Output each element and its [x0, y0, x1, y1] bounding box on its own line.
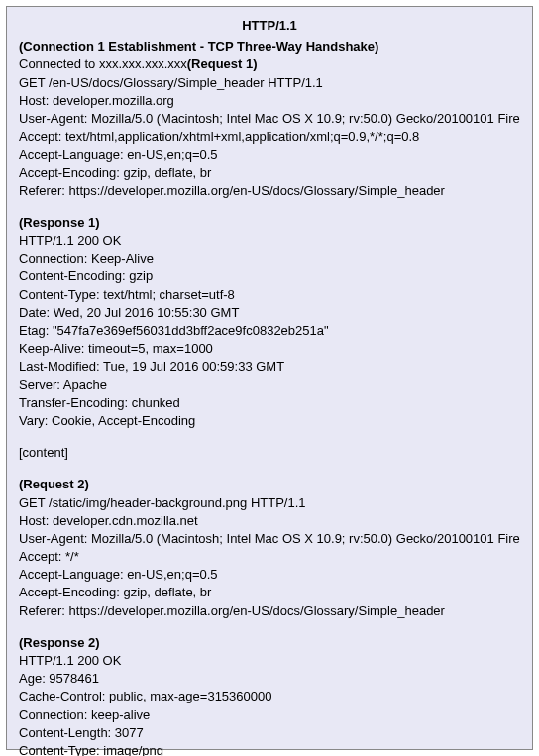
content-placeholder: [content]: [19, 444, 520, 462]
resp2-status: HTTP/1.1 200 OK: [19, 652, 520, 670]
resp1-content-encoding: Content-Encoding: gzip: [19, 268, 520, 285]
req2-referer: Referer: https://developer.mozilla.org/e…: [19, 602, 520, 620]
req2-accept: Accept: */*: [19, 548, 520, 566]
req2-accept-encoding: Accept-Encoding: gzip, deflate, br: [19, 584, 520, 601]
http-document: HTTP/1.1 (Connection 1 Establishment - T…: [6, 6, 533, 750]
resp1-etag: Etag: "547fa7e369ef56031dd3bff2ace9fc083…: [19, 322, 520, 340]
resp2-content-type: Content-Type: image/png: [19, 742, 520, 756]
resp1-lastmod: Last-Modified: Tue, 19 Jul 2016 00:59:33…: [19, 358, 520, 376]
resp2-age: Age: 9578461: [19, 670, 520, 688]
request2-label: (Request 2): [19, 476, 520, 493]
connection-establishment: (Connection 1 Establishment - TCP Three-…: [19, 38, 520, 55]
protocol-title: HTTP/1.1: [19, 17, 520, 35]
req1-referer: Referer: https://developer.mozilla.org/e…: [19, 182, 520, 200]
req1-accept-encoding: Accept-Encoding: gzip, deflate, br: [19, 164, 520, 182]
req1-accept: Accept: text/html,application/xhtml+xml,…: [19, 128, 520, 146]
req1-get: GET /en-US/docs/Glossary/Simple_header H…: [19, 74, 520, 92]
req2-user-agent: User-Agent: Mozilla/5.0 (Macintosh; Inte…: [19, 530, 520, 548]
resp1-date: Date: Wed, 20 Jul 2016 10:55:30 GMT: [19, 304, 520, 322]
request1-label: (Request 1): [187, 56, 258, 71]
resp1-server: Server: Apache: [19, 377, 520, 394]
resp1-transfer-encoding: Transfer-Encoding: chunked: [19, 394, 520, 412]
resp2-cache-control: Cache-Control: public, max-age=315360000: [19, 688, 520, 705]
connected-line: Connected to xxx.xxx.xxx.xxx(Request 1): [19, 55, 520, 73]
resp2-connection: Connection: keep-alive: [19, 706, 520, 724]
req1-accept-language: Accept-Language: en-US,en;q=0.5: [19, 146, 520, 163]
response1-label: (Response 1): [19, 214, 520, 232]
resp1-keepalive: Keep-Alive: timeout=5, max=1000: [19, 340, 520, 358]
resp2-content-length: Content-Length: 3077: [19, 724, 520, 742]
req1-user-agent: User-Agent: Mozilla/5.0 (Macintosh; Inte…: [19, 110, 520, 128]
response2-label: (Response 2): [19, 634, 520, 652]
resp1-status: HTTP/1.1 200 OK: [19, 232, 520, 250]
req2-accept-language: Accept-Language: en-US,en;q=0.5: [19, 566, 520, 584]
req2-host: Host: developer.cdn.mozilla.net: [19, 512, 520, 530]
resp1-vary: Vary: Cookie, Accept-Encoding: [19, 412, 520, 430]
connected-text: Connected to xxx.xxx.xxx.xxx: [19, 56, 187, 71]
req2-get: GET /static/img/header-background.png HT…: [19, 494, 520, 512]
resp1-content-type: Content-Type: text/html; charset=utf-8: [19, 286, 520, 304]
req1-host: Host: developer.mozilla.org: [19, 92, 520, 110]
resp1-connection: Connection: Keep-Alive: [19, 250, 520, 268]
